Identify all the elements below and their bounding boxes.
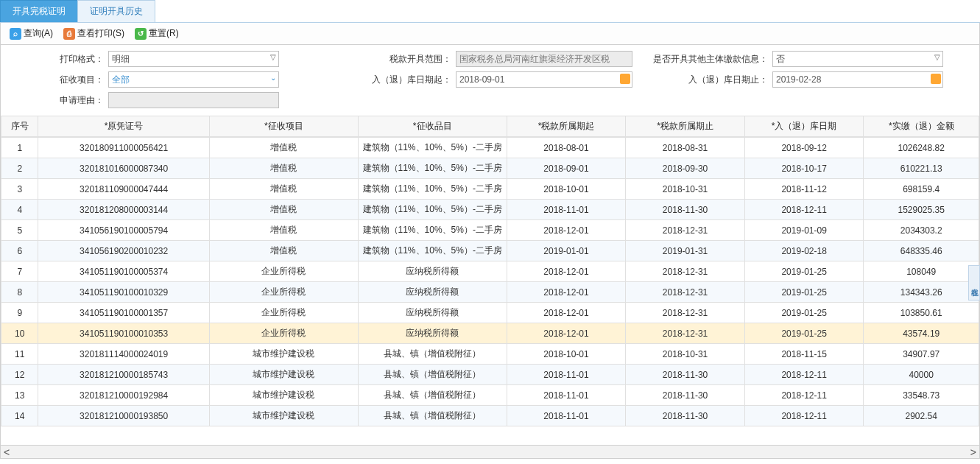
- cell-d3: 2018-12-11: [744, 200, 864, 220]
- print-format-select[interactable]: [108, 51, 279, 67]
- reason-input[interactable]: [108, 92, 279, 108]
- col-d1[interactable]: *税款所属期起: [507, 116, 626, 137]
- side-widget[interactable]: 在线客: [968, 265, 980, 300]
- table-header-row: 序号 *原凭证号 *征收项目 *征收品目 *税款所属期起 *税款所属期止 *入（…: [1, 116, 979, 137]
- cell-seq: 1: [1, 138, 38, 158]
- collect-item-select[interactable]: [108, 71, 279, 88]
- cell-seq: 13: [1, 385, 38, 406]
- collect-item-label: 征收项目：: [5, 74, 108, 86]
- tab-cert-history[interactable]: 证明开具历史: [77, 0, 155, 22]
- cell-d1: 2018-11-01: [507, 385, 626, 406]
- cell-cert: 320181016000087340: [38, 158, 209, 179]
- cell-amt: 103850.61: [864, 303, 979, 323]
- cell-seq: 12: [1, 365, 38, 385]
- toolbar: ⌕ 查询(A) ⎙ 查看打印(S) ↺ 重置(R): [0, 23, 980, 45]
- cell-d2: 2018-09-30: [626, 158, 745, 179]
- table-row[interactable]: 2320181016000087340增值税建筑物（11%、10%、5%）-二手…: [1, 158, 979, 179]
- horizontal-scrollbar[interactable]: < >: [0, 446, 980, 459]
- calendar-icon[interactable]: [620, 74, 630, 84]
- cell-item: 企业所得税: [209, 282, 358, 303]
- cell-item: 增值税: [209, 138, 358, 158]
- cell-amt: 43574.19: [864, 323, 979, 344]
- cell-seq: 7: [1, 261, 38, 282]
- reset-label: 重置(R): [149, 27, 179, 40]
- cell-item: 增值税: [209, 220, 358, 241]
- cell-amt: 2034303.2: [864, 220, 979, 241]
- cell-d2: 2018-12-31: [626, 220, 745, 241]
- table-row[interactable]: 8341051190100010329企业所得税应纳税所得额2018-12-01…: [1, 282, 979, 303]
- scroll-left-icon[interactable]: <: [4, 447, 10, 457]
- cell-amt: 1026248.82: [864, 138, 979, 158]
- cell-d3: 2018-11-15: [744, 344, 864, 365]
- cell-amt: 698159.4: [864, 179, 979, 200]
- table-row[interactable]: 7341051190100005374企业所得税应纳税所得额2018-12-01…: [1, 261, 979, 282]
- col-prod[interactable]: *征收品目: [358, 116, 507, 137]
- cell-amt: 34907.97: [864, 344, 979, 365]
- cell-d3: 2018-12-11: [744, 365, 864, 385]
- cell-d1: 2018-12-01: [507, 303, 626, 323]
- cell-item: 增值税: [209, 179, 358, 200]
- table-row[interactable]: 10341051190100010353企业所得税应纳税所得额2018-12-0…: [1, 323, 979, 344]
- col-d3[interactable]: *入（退）库日期: [744, 116, 864, 137]
- cell-d3: 2019-01-25: [744, 303, 864, 323]
- cell-d2: 2018-08-31: [626, 138, 745, 158]
- cell-d2: 2018-12-31: [626, 282, 745, 303]
- print-button[interactable]: ⎙ 查看打印(S): [59, 26, 129, 41]
- table-row[interactable]: 6341056190200010232增值税建筑物（11%、10%、5%）-二手…: [1, 241, 979, 261]
- col-item[interactable]: *征收项目: [209, 116, 358, 137]
- cell-d2: 2018-10-31: [626, 179, 745, 200]
- cell-prod: 县城、镇（增值税附征）: [358, 406, 507, 426]
- cell-prod: 建筑物（11%、10%、5%）-二手房: [358, 158, 507, 179]
- col-d2[interactable]: *税款所属期止: [626, 116, 745, 137]
- cell-prod: 县城、镇（增值税附征）: [358, 365, 507, 385]
- table-row[interactable]: 12320181210000185743城市维护建设税县城、镇（增值税附征）20…: [1, 365, 979, 385]
- cell-d3: 2019-01-25: [744, 261, 864, 282]
- cell-item: 企业所得税: [209, 303, 358, 323]
- cell-prod: 应纳税所得额: [358, 282, 507, 303]
- cell-d1: 2018-11-01: [507, 200, 626, 220]
- cell-item: 城市维护建设税: [209, 406, 358, 426]
- table-row[interactable]: 1320180911000056421增值税建筑物（11%、10%、5%）-二手…: [1, 138, 979, 158]
- cell-prod: 建筑物（11%、10%、5%）-二手房: [358, 220, 507, 241]
- reset-button[interactable]: ↺ 重置(R): [130, 26, 183, 41]
- cell-d1: 2018-12-01: [507, 261, 626, 282]
- col-amt[interactable]: *实缴（退）金额: [864, 116, 979, 137]
- cell-item: 企业所得税: [209, 323, 358, 344]
- col-cert[interactable]: *原凭证号: [38, 116, 209, 137]
- cell-amt: 40000: [864, 365, 979, 385]
- cell-d2: 2018-12-31: [626, 303, 745, 323]
- print-format-label: 打印格式：: [5, 53, 108, 66]
- table-row[interactable]: 11320181114000024019城市维护建设税县城、镇（增值税附征）20…: [1, 344, 979, 365]
- cell-cert: 341051190100010329: [38, 282, 209, 303]
- cell-d2: 2019-01-31: [626, 241, 745, 261]
- result-table-body: 1320180911000056421增值税建筑物（11%、10%、5%）-二手…: [1, 137, 979, 426]
- cell-d3: 2018-10-17: [744, 158, 864, 179]
- cell-prod: 建筑物（11%、10%、5%）-二手房: [358, 179, 507, 200]
- table-row[interactable]: 4320181208000003144增值税建筑物（11%、10%、5%）-二手…: [1, 200, 979, 220]
- cell-seq: 5: [1, 220, 38, 241]
- table-row[interactable]: 13320181210000192984城市维护建设税县城、镇（增值税附征）20…: [1, 385, 979, 406]
- col-seq[interactable]: 序号: [1, 116, 38, 137]
- cell-d2: 2018-11-30: [626, 385, 745, 406]
- cell-prod: 县城、镇（增值税附征）: [358, 344, 507, 365]
- table-row[interactable]: 9341051190100001357企业所得税应纳税所得额2018-12-01…: [1, 303, 979, 323]
- cell-cert: 341051190100010353: [38, 323, 209, 344]
- cell-seq: 6: [1, 241, 38, 261]
- scroll-right-icon[interactable]: >: [970, 447, 976, 457]
- cell-seq: 10: [1, 323, 38, 344]
- other-info-select[interactable]: [772, 51, 943, 67]
- cell-seq: 3: [1, 179, 38, 200]
- table-row[interactable]: 3320181109000047444增值税建筑物（11%、10%、5%）-二手…: [1, 179, 979, 200]
- search-button[interactable]: ⌕ 查询(A): [5, 26, 57, 41]
- date-from-input[interactable]: [456, 71, 632, 88]
- cell-d1: 2018-12-01: [507, 282, 626, 303]
- table-row[interactable]: 5341056190100005794增值税建筑物（11%、10%、5%）-二手…: [1, 220, 979, 241]
- tab-issue-cert[interactable]: 开具完税证明: [0, 0, 78, 22]
- filter-form: 打印格式： ▽ 税款开具范围： 是否开具其他主体缴款信息： ▽ 征收项目： ⌄: [0, 45, 980, 116]
- table-row[interactable]: 14320181210000193850城市维护建设税县城、镇（增值税附征）20…: [1, 406, 979, 426]
- calendar-icon[interactable]: [931, 74, 941, 84]
- cell-amt: 108049: [864, 261, 979, 282]
- date-to-input[interactable]: [772, 71, 943, 88]
- cell-cert: 320181208000003144: [38, 200, 209, 220]
- cell-seq: 4: [1, 200, 38, 220]
